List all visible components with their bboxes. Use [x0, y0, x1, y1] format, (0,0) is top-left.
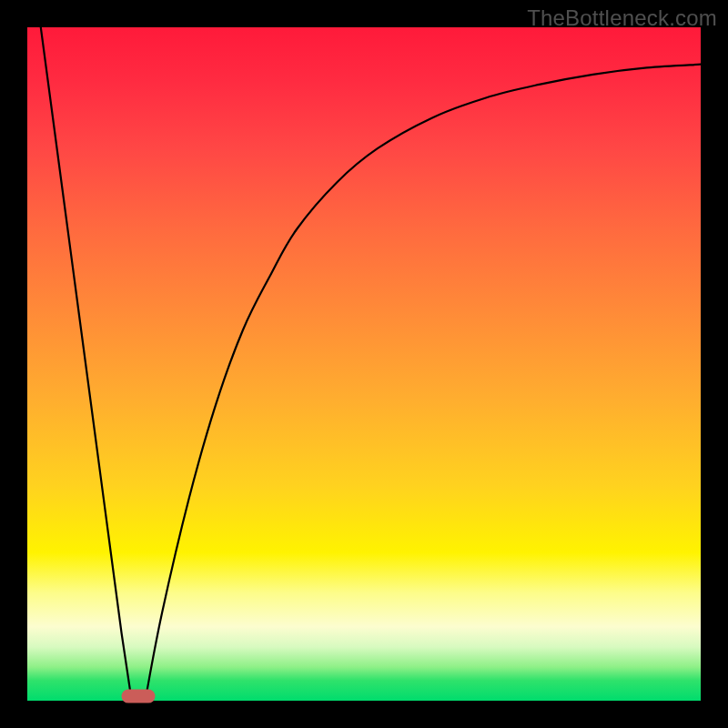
curve-left-branch — [41, 27, 132, 701]
min-marker — [122, 689, 156, 703]
curve-svg — [27, 27, 701, 701]
curve-right-branch — [146, 65, 702, 701]
chart-frame: TheBottleneck.com — [0, 0, 728, 728]
plot-area — [27, 27, 701, 701]
